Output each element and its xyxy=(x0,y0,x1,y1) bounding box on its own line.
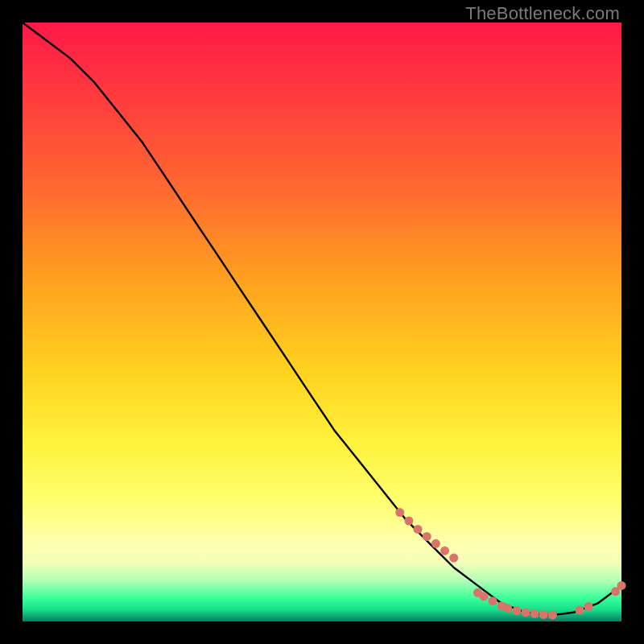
highlight-dot xyxy=(449,554,458,563)
highlight-dot xyxy=(431,539,440,548)
highlight-dot xyxy=(512,606,521,615)
curve-line xyxy=(23,23,621,616)
highlight-dot xyxy=(617,581,626,590)
highlight-dot xyxy=(584,602,593,611)
highlight-dot xyxy=(522,608,530,617)
highlight-dot xyxy=(539,610,548,619)
highlight-dots xyxy=(395,508,625,620)
watermark-text: TheBottleneck.com xyxy=(465,3,620,24)
highlight-dot xyxy=(548,611,557,620)
highlight-dot xyxy=(404,517,413,526)
highlight-dot xyxy=(503,604,512,613)
chart-frame: TheBottleneck.com xyxy=(0,0,644,644)
highlight-dot xyxy=(479,592,488,601)
highlight-dot xyxy=(440,547,449,555)
highlight-dot xyxy=(575,605,584,614)
highlight-dot xyxy=(423,532,431,541)
chart-overlay-svg xyxy=(23,23,621,621)
highlight-dot xyxy=(395,508,404,517)
highlight-dot xyxy=(530,609,539,618)
highlight-dot xyxy=(489,597,497,605)
highlight-dot xyxy=(414,525,423,534)
